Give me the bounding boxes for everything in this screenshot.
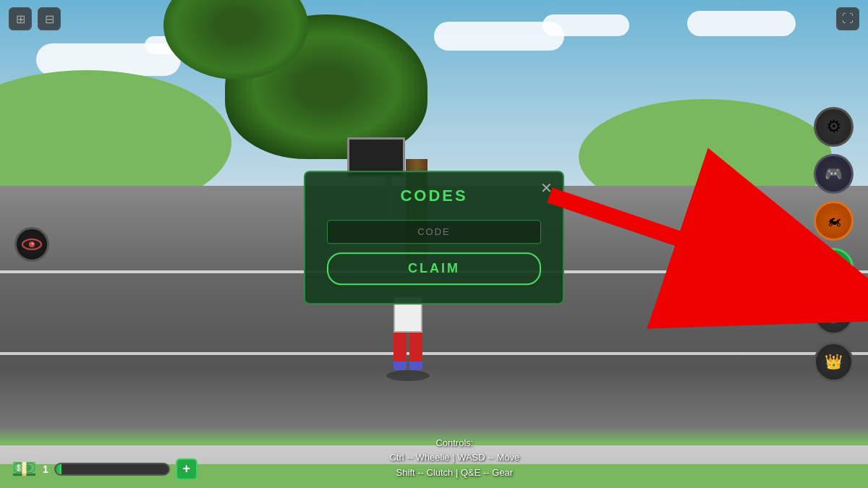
road-stripe	[0, 352, 868, 355]
garage-icon: 🏠	[825, 306, 843, 323]
vehicle-icon: 🏍	[827, 213, 841, 229]
settings-button[interactable]: ⚙	[814, 107, 854, 147]
character-icon: 🎮	[825, 165, 843, 182]
money-section: 💵 1 +	[12, 457, 197, 481]
top-right-area: ⛶	[836, 7, 859, 30]
money-count: 1	[43, 463, 48, 475]
char-legs	[386, 333, 430, 361]
minimize-button[interactable]: ⊟	[38, 7, 61, 30]
dialog-title: CODES	[327, 187, 541, 205]
char-leg-left	[393, 333, 407, 361]
code-input-field[interactable]	[327, 220, 541, 244]
cloud	[542, 14, 629, 36]
controls-line3: Shift -- Clutch | Q&E -- Gear	[389, 466, 519, 481]
vehicle-button[interactable]: 🏍	[814, 201, 854, 241]
screenshot-button[interactable]: ⊞	[9, 7, 32, 30]
char-leg-right	[409, 333, 422, 361]
svg-point-2	[32, 242, 34, 244]
gift-icon: 🎁	[824, 258, 843, 277]
garage-button[interactable]: 🏠	[814, 295, 854, 335]
character-button[interactable]: 🎮	[814, 154, 854, 194]
player-character	[386, 296, 430, 381]
plus-icon: +	[183, 461, 191, 476]
leaderboard-button[interactable]: 👑	[814, 342, 854, 382]
money-icon: 💵	[12, 457, 37, 481]
char-shoe-right	[409, 361, 422, 370]
char-shoe-left	[393, 361, 407, 370]
bottom-bar: 💵 1 + Controls: Ctrl -- Wheelie | WASD -…	[0, 436, 868, 481]
gear-icon: ⚙	[826, 116, 842, 137]
cloud	[687, 11, 796, 36]
codes-dialog: ✕ CODES CLAIM	[304, 171, 564, 304]
money-progress-fill	[56, 464, 61, 474]
fullscreen-button[interactable]: ⛶	[836, 7, 859, 30]
controls-info: Controls: Ctrl -- Wheelie | WASD -- Move…	[389, 436, 519, 481]
top-left-buttons: ⊞ ⊟	[9, 7, 61, 30]
visibility-toggle-button[interactable]	[14, 227, 49, 262]
right-sidebar-buttons: ⚙ 🎮 🏍 🎁 🏠 👑	[814, 107, 854, 382]
controls-line1: Controls:	[389, 436, 519, 451]
gift-codes-button[interactable]: 🎁	[814, 248, 854, 288]
money-add-button[interactable]: +	[176, 458, 197, 480]
eye-icon	[22, 239, 42, 250]
claim-button[interactable]: CLAIM	[327, 252, 541, 285]
dialog-close-button[interactable]: ✕	[540, 179, 553, 197]
money-progress-bar	[54, 463, 170, 476]
char-shadow	[386, 370, 430, 381]
controls-line2: Ctrl -- Wheelie | WASD -- Move	[389, 450, 519, 466]
crown-icon: 👑	[825, 353, 843, 370]
